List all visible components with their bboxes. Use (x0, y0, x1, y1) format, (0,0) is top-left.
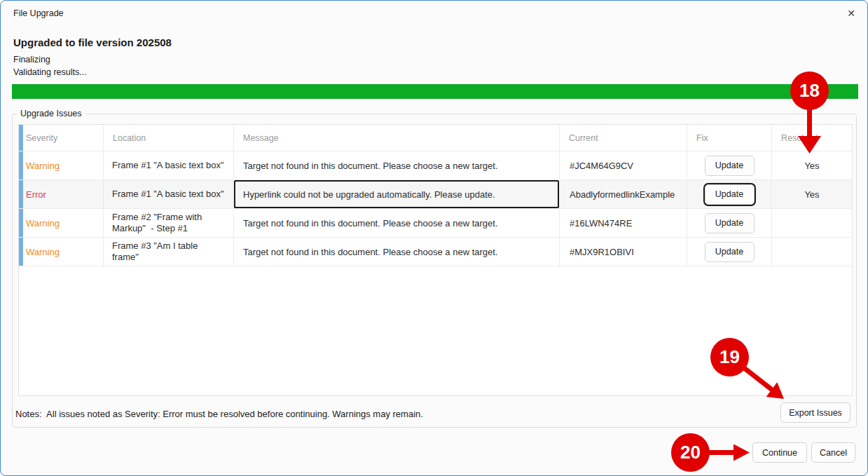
fix-cell: Update (687, 151, 771, 180)
column-header-current: Current (559, 125, 687, 151)
resolved-cell: Yes (771, 151, 852, 180)
current-cell: #MJX9R1OBIVI (559, 238, 687, 266)
update-button[interactable]: Update (705, 156, 755, 176)
progress-bar (12, 84, 858, 99)
location-cell: Frame #1 "A basic text box" (103, 151, 233, 180)
update-button[interactable]: Update (705, 213, 755, 233)
location-cell: Frame #2 "Frame with Markup" - Step #1 (103, 209, 233, 238)
callout-20: 20 (671, 433, 710, 472)
resolved-cell (771, 238, 852, 266)
notes-text: Notes: All issues noted as Severity: Err… (15, 409, 423, 419)
close-icon: ✕ (847, 8, 855, 19)
fix-cell: Update (687, 180, 771, 209)
location-cell: Frame #1 "A basic text box" (103, 180, 233, 209)
location-cell: Frame #3 "Am I table frame" (103, 238, 233, 266)
severity-cell: Warning (23, 238, 103, 266)
column-header-location: Location (103, 125, 233, 151)
window-title: File Upgrade (13, 8, 64, 18)
group-label: Upgrade Issues (17, 109, 85, 119)
message-cell: Target not found in this document. Pleas… (233, 151, 559, 180)
cancel-button[interactable]: Cancel (811, 442, 855, 463)
update-button[interactable]: Update (705, 184, 755, 205)
severity-cell: Warning (23, 151, 103, 180)
severity-cell: Warning (23, 209, 103, 238)
callout-20-arrow (708, 444, 750, 461)
file-upgrade-dialog: File Upgrade ✕ Upgraded to file version … (0, 0, 868, 476)
fix-cell: Update (687, 209, 771, 238)
callout-19-number: 19 (719, 346, 740, 368)
column-header-severity: Severity (23, 125, 103, 151)
column-header-fix: Fix (687, 125, 771, 151)
current-cell: #JC4M64G9CV (559, 151, 687, 180)
current-cell: #16LWN474RE (559, 209, 687, 238)
callout-18-number: 18 (799, 80, 820, 102)
severity-cell: Error (23, 180, 103, 209)
resolved-cell: Yes (771, 180, 852, 209)
fix-cell: Update (687, 238, 771, 266)
close-button[interactable]: ✕ (841, 4, 862, 23)
callout-19: 19 (710, 338, 749, 376)
progress-fill (12, 84, 858, 99)
column-header-message: Message (233, 125, 559, 151)
update-button[interactable]: Update (705, 242, 755, 262)
message-cell: Target not found in this document. Pleas… (233, 209, 559, 238)
message-cell: Target not found in this document. Pleas… (233, 238, 559, 266)
resolved-cell (771, 209, 852, 238)
callout-20-number: 20 (680, 442, 701, 463)
status-text: Validating results... (13, 67, 87, 77)
version-heading: Upgraded to file version 202508 (13, 36, 172, 48)
export-issues-button[interactable]: Export Issues (780, 402, 850, 423)
callout-18: 18 (790, 72, 829, 110)
continue-button[interactable]: Continue (752, 442, 807, 463)
column-header-resolved: Resolved (771, 125, 852, 151)
current-cell: AbadlyformedlinkExample (559, 180, 687, 209)
phase-text: Finalizing (13, 55, 50, 64)
message-cell: Hyperlink could not be upgraded automati… (233, 180, 559, 209)
upgrade-issues-group: Upgrade Issues SeverityLocationMessageCu… (12, 114, 857, 428)
